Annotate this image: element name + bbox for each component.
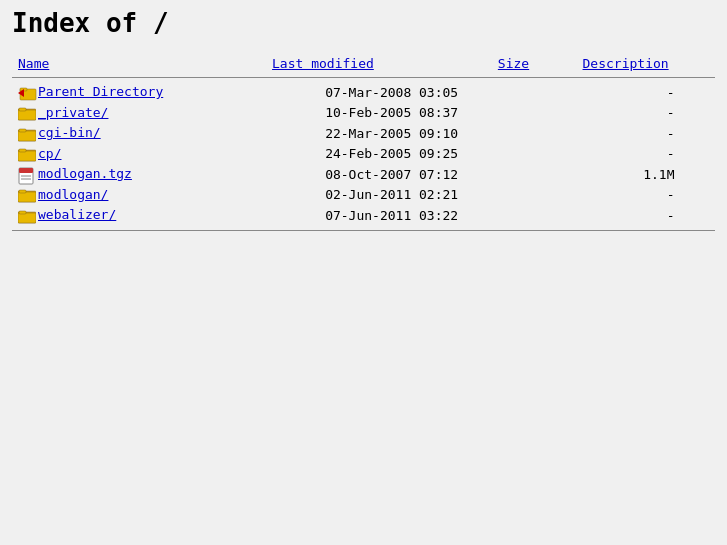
table-row: webalizer/07-Jun-2011 03:22- bbox=[12, 205, 715, 226]
file-date: 08-Oct-2007 07:12 bbox=[319, 164, 592, 185]
file-icon bbox=[18, 167, 36, 183]
file-size: - bbox=[592, 123, 694, 144]
file-size: 1.1M bbox=[592, 164, 694, 185]
file-description bbox=[695, 185, 716, 206]
file-date: 10-Feb-2005 08:37 bbox=[319, 103, 592, 124]
file-size: - bbox=[592, 144, 694, 165]
file-link-_private[interactable]: _private/ bbox=[38, 105, 108, 120]
sort-name-link[interactable]: Name bbox=[18, 56, 49, 71]
file-description bbox=[695, 82, 716, 103]
folder-icon bbox=[18, 208, 36, 224]
folder-icon bbox=[18, 126, 36, 142]
svg-rect-26 bbox=[19, 211, 26, 214]
file-link-modlogan[interactable]: modlogan/ bbox=[38, 187, 108, 202]
sort-date-link[interactable]: Last modified bbox=[272, 56, 374, 71]
svg-rect-10 bbox=[19, 129, 26, 132]
svg-rect-13 bbox=[18, 151, 36, 161]
svg-rect-6 bbox=[19, 108, 26, 111]
table-row: cp/24-Feb-2005 09:25- bbox=[12, 144, 715, 165]
file-size: - bbox=[592, 82, 694, 103]
file-description bbox=[695, 164, 716, 185]
file-date: 07-Jun-2011 03:22 bbox=[319, 205, 592, 226]
svg-rect-5 bbox=[18, 110, 36, 120]
page-heading: Index of / bbox=[12, 8, 715, 38]
folder-icon bbox=[18, 187, 36, 203]
file-description bbox=[695, 103, 716, 124]
svg-rect-21 bbox=[18, 192, 36, 202]
file-link-parent-directory[interactable]: Parent Directory bbox=[38, 84, 163, 99]
footer-divider bbox=[12, 230, 715, 231]
file-date: 24-Feb-2005 09:25 bbox=[319, 144, 592, 165]
svg-rect-25 bbox=[18, 213, 36, 223]
table-row: _private/10-Feb-2005 08:37- bbox=[12, 103, 715, 124]
table-header: Name Last modified Size Description bbox=[12, 54, 715, 73]
sort-desc-link[interactable]: Description bbox=[583, 56, 669, 71]
file-link-modlogan-tgz[interactable]: modlogan.tgz bbox=[38, 166, 132, 181]
table-row: modlogan/02-Jun-2011 02:21- bbox=[12, 185, 715, 206]
file-description bbox=[695, 205, 716, 226]
file-link-cp[interactable]: cp/ bbox=[38, 146, 61, 161]
file-date: 02-Jun-2011 02:21 bbox=[319, 185, 592, 206]
parent-icon bbox=[18, 85, 36, 101]
header-divider bbox=[12, 77, 715, 78]
folder-icon bbox=[18, 105, 36, 121]
file-date: 22-Mar-2005 09:10 bbox=[319, 123, 592, 144]
file-link-cgi-bin[interactable]: cgi-bin/ bbox=[38, 125, 101, 140]
file-size: - bbox=[592, 185, 694, 206]
file-description bbox=[695, 144, 716, 165]
file-size: - bbox=[592, 205, 694, 226]
svg-rect-16 bbox=[19, 168, 33, 173]
file-size: - bbox=[592, 103, 694, 124]
folder-icon bbox=[18, 146, 36, 162]
file-link-webalizer[interactable]: webalizer/ bbox=[38, 207, 116, 222]
sort-size-link[interactable]: Size bbox=[498, 56, 529, 71]
table-row: Parent Directory07-Mar-2008 03:05- bbox=[12, 82, 715, 103]
svg-rect-14 bbox=[19, 149, 26, 152]
table-row: modlogan.tgz08-Oct-2007 07:121.1M bbox=[12, 164, 715, 185]
svg-rect-9 bbox=[18, 131, 36, 141]
svg-rect-22 bbox=[19, 190, 26, 193]
file-description bbox=[695, 123, 716, 144]
file-date: 07-Mar-2008 03:05 bbox=[319, 82, 592, 103]
table-row: cgi-bin/22-Mar-2005 09:10- bbox=[12, 123, 715, 144]
